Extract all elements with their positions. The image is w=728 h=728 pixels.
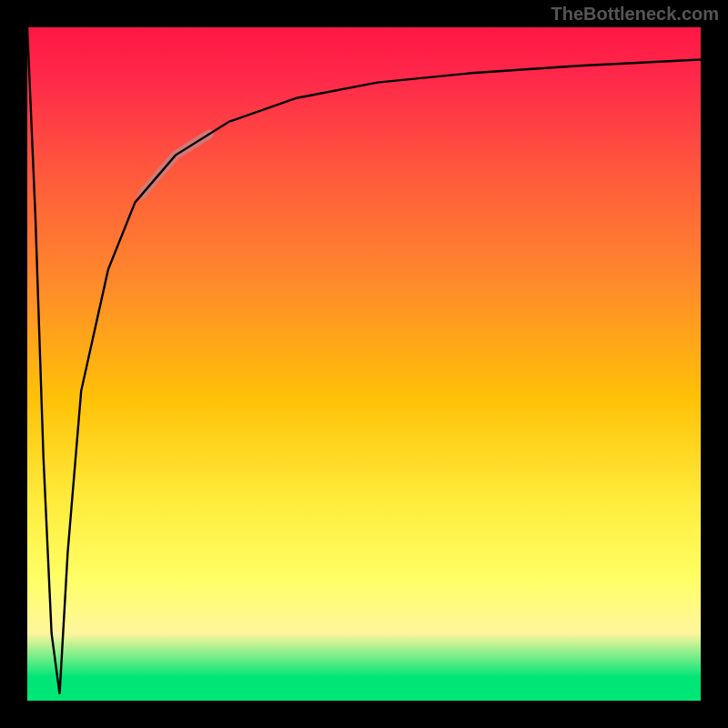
watermark-text: TheBottleneck.com — [551, 4, 719, 25]
chart-svg — [27, 27, 701, 701]
curve-highlight-segment — [142, 134, 209, 194]
chart-area — [27, 27, 701, 701]
bottleneck-curve — [27, 27, 701, 694]
